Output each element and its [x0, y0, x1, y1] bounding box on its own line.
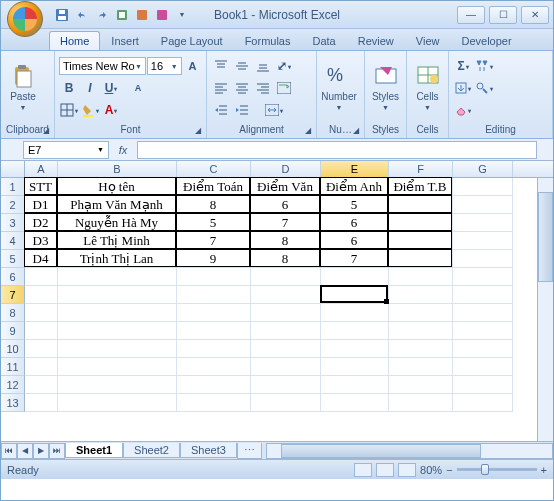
cell-B5[interactable]: Trịnh Thị Lan: [57, 249, 176, 267]
sheet-nav-prev[interactable]: ◀: [17, 443, 33, 459]
column-header-E[interactable]: E: [321, 161, 389, 177]
cell-F8[interactable]: [389, 304, 453, 322]
cell-C1[interactable]: Điểm Toán: [176, 177, 250, 195]
cell-G12[interactable]: [453, 376, 513, 394]
vscroll-thumb[interactable]: [538, 192, 553, 282]
cell-G11[interactable]: [453, 358, 513, 376]
cell-F10[interactable]: [389, 340, 453, 358]
italic-button[interactable]: I: [80, 78, 100, 98]
formula-input[interactable]: [137, 141, 537, 159]
cell-A3[interactable]: D2: [24, 213, 57, 231]
cell-G2[interactable]: [453, 196, 513, 214]
fill-color-button[interactable]: ▾: [80, 100, 100, 120]
cell-B2[interactable]: Phạm Văn Mạnh: [57, 195, 176, 213]
sheet-nav-first[interactable]: ⏮: [1, 443, 17, 459]
row-header-5[interactable]: 5: [1, 250, 25, 268]
cell-E3[interactable]: 6: [320, 213, 388, 231]
font-launcher[interactable]: ◢: [192, 124, 204, 136]
tab-developer[interactable]: Developer: [450, 31, 522, 50]
cell-C11[interactable]: [177, 358, 251, 376]
tab-insert[interactable]: Insert: [100, 31, 150, 50]
column-header-D[interactable]: D: [251, 161, 321, 177]
sheet-tab-2[interactable]: Sheet2: [123, 443, 180, 458]
row-header-3[interactable]: 3: [1, 214, 25, 232]
zoom-in-button[interactable]: +: [541, 464, 547, 476]
row-header-1[interactable]: 1: [1, 178, 25, 196]
fill-button[interactable]: ▾: [453, 78, 473, 98]
cell-G9[interactable]: [453, 322, 513, 340]
row-header-2[interactable]: 2: [1, 196, 25, 214]
office-button[interactable]: [7, 1, 43, 37]
cell-G3[interactable]: [453, 214, 513, 232]
cell-G10[interactable]: [453, 340, 513, 358]
cell-D13[interactable]: [251, 394, 321, 412]
row-header-6[interactable]: 6: [1, 268, 25, 286]
select-all-corner[interactable]: [1, 161, 25, 177]
cell-F7[interactable]: [389, 286, 453, 304]
paste-button[interactable]: Paste ▼: [5, 56, 41, 120]
cell-E4[interactable]: 6: [320, 231, 388, 249]
row-header-13[interactable]: 13: [1, 394, 25, 412]
decrease-indent-button[interactable]: [211, 100, 231, 120]
cell-G13[interactable]: [453, 394, 513, 412]
cell-A4[interactable]: D3: [24, 231, 57, 249]
cell-D11[interactable]: [251, 358, 321, 376]
qat-icon-2[interactable]: [133, 6, 151, 24]
cell-E12[interactable]: [321, 376, 389, 394]
row-header-11[interactable]: 11: [1, 358, 25, 376]
name-box[interactable]: E7▼: [23, 141, 109, 159]
zoom-level[interactable]: 80%: [420, 464, 442, 476]
cell-G8[interactable]: [453, 304, 513, 322]
cell-E5[interactable]: 7: [320, 249, 388, 267]
cell-B8[interactable]: [58, 304, 177, 322]
cell-D9[interactable]: [251, 322, 321, 340]
clipboard-launcher[interactable]: ◢: [40, 124, 52, 136]
align-center-button[interactable]: [232, 78, 252, 98]
cells-area[interactable]: STTHọ tênĐiểm ToánĐiểm VănĐiểm AnhĐiểm T…: [25, 178, 553, 412]
number-launcher[interactable]: ◢: [350, 124, 362, 136]
redo-icon[interactable]: [93, 6, 111, 24]
tab-review[interactable]: Review: [347, 31, 405, 50]
cell-D7[interactable]: [251, 286, 321, 304]
font-name-combo[interactable]: Times New Ro▼: [59, 57, 146, 75]
save-icon[interactable]: [53, 6, 71, 24]
orientation-button[interactable]: ⤢▾: [274, 56, 294, 76]
cell-F5[interactable]: [388, 249, 452, 267]
cell-E2[interactable]: 5: [320, 195, 388, 213]
font-color-button[interactable]: A▾: [101, 100, 121, 120]
find-select-button[interactable]: ▾: [474, 78, 494, 98]
merge-center-button[interactable]: ▾: [253, 100, 295, 120]
align-right-button[interactable]: [253, 78, 273, 98]
cell-E9[interactable]: [321, 322, 389, 340]
zoom-thumb[interactable]: [481, 464, 489, 475]
cell-E11[interactable]: [321, 358, 389, 376]
zoom-out-button[interactable]: −: [446, 464, 452, 476]
cell-D8[interactable]: [251, 304, 321, 322]
sheet-tab-1[interactable]: Sheet1: [65, 443, 123, 458]
cell-F1[interactable]: Điểm T.B: [388, 177, 452, 195]
align-middle-button[interactable]: [232, 56, 252, 76]
row-header-8[interactable]: 8: [1, 304, 25, 322]
border-button[interactable]: ▾: [59, 100, 79, 120]
qat-dropdown[interactable]: ▼: [173, 6, 191, 24]
tab-home[interactable]: Home: [49, 31, 100, 50]
cell-G6[interactable]: [453, 268, 513, 286]
row-header-9[interactable]: 9: [1, 322, 25, 340]
tab-page-layout[interactable]: Page Layout: [150, 31, 234, 50]
cell-A12[interactable]: [25, 376, 58, 394]
autosum-button[interactable]: Σ▾: [453, 56, 473, 76]
cell-D5[interactable]: 8: [250, 249, 320, 267]
undo-icon[interactable]: [73, 6, 91, 24]
sheet-nav-next[interactable]: ▶: [33, 443, 49, 459]
cell-C13[interactable]: [177, 394, 251, 412]
cell-D6[interactable]: [251, 268, 321, 286]
cell-G7[interactable]: [453, 286, 513, 304]
cell-C3[interactable]: 5: [176, 213, 250, 231]
row-header-7[interactable]: 7: [1, 286, 25, 304]
cell-B10[interactable]: [58, 340, 177, 358]
sheet-tab-3[interactable]: Sheet3: [180, 443, 237, 458]
cell-F4[interactable]: [388, 231, 452, 249]
minimize-button[interactable]: —: [457, 6, 485, 24]
cell-G4[interactable]: [453, 232, 513, 250]
cell-A1[interactable]: STT: [24, 177, 57, 195]
